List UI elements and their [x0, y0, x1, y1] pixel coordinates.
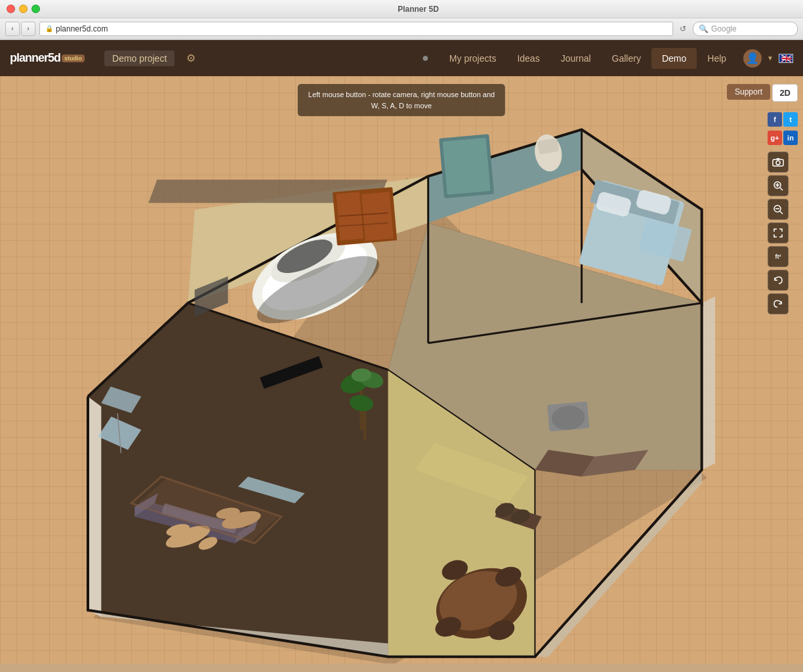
nav-buttons: ‹ ›	[5, 22, 35, 36]
mode-2d-button[interactable]: 2D	[772, 84, 798, 102]
linkedin-button[interactable]: in	[783, 131, 798, 145]
maximize-button[interactable]	[31, 5, 40, 13]
logo-text: planner5d	[10, 51, 60, 65]
svg-marker-10	[702, 297, 715, 470]
svg-marker-8	[88, 396, 101, 617]
project-name[interactable]: Demo project	[104, 51, 175, 66]
search-placeholder: Google	[711, 24, 737, 33]
window-buttons	[7, 5, 40, 13]
nav-links: My projects Ideas Journal Gallery Demo H…	[439, 48, 737, 69]
nav-my-projects[interactable]: My projects	[439, 48, 507, 69]
user-avatar[interactable]: 👤	[743, 49, 762, 68]
flag-icon[interactable]: 🇬🇧	[779, 54, 793, 63]
browser-chrome: Planner 5D ‹ › 🔒 planner5d.com ↺ 🔍 Googl…	[0, 0, 803, 40]
zoom-in-button[interactable]	[768, 175, 789, 196]
svg-marker-79	[776, 158, 780, 159]
svg-rect-26	[361, 192, 394, 241]
app-container: planner5d studio Demo project ⚙ ● My pro…	[0, 40, 803, 663]
browser-title: Planner 5D	[40, 5, 796, 14]
google-plus-button[interactable]: g+	[768, 131, 782, 145]
main-content[interactable]: Left mouse button - rotate camera, right…	[0, 76, 803, 663]
logo-badge: studio	[62, 54, 85, 62]
search-icon: 🔍	[699, 24, 709, 33]
logo-area: planner5d studio Demo project ⚙	[10, 51, 196, 66]
logo[interactable]: planner5d studio	[10, 51, 85, 65]
refresh-button[interactable]: ↺	[677, 23, 689, 35]
nav-ideas[interactable]: Ideas	[506, 48, 550, 69]
facebook-button[interactable]: f	[768, 112, 782, 127]
twitter-button[interactable]: t	[783, 112, 798, 127]
nav-right: 👤 ▼ 🇬🇧	[743, 49, 793, 68]
back-button[interactable]: ‹	[5, 22, 20, 36]
dropdown-arrow[interactable]: ▼	[767, 54, 773, 62]
fit-screen-button[interactable]	[768, 222, 789, 243]
floorplan-3d	[0, 76, 803, 663]
right-tools: f t g+ in ft²	[768, 112, 798, 314]
redo-button[interactable]	[768, 293, 789, 314]
camera-button[interactable]	[768, 152, 789, 173]
nav-demo[interactable]: Demo	[651, 48, 697, 69]
svg-line-81	[780, 188, 783, 191]
close-button[interactable]	[7, 5, 15, 13]
units-button[interactable]: ft²	[768, 246, 789, 267]
nav-gallery[interactable]: Gallery	[602, 48, 651, 69]
svg-point-78	[776, 161, 780, 165]
forward-button[interactable]: ›	[21, 22, 35, 36]
settings-icon[interactable]: ⚙	[186, 52, 196, 64]
camera-tooltip: Left mouse button - rotate camera, right…	[298, 84, 505, 116]
address-bar[interactable]: 🔒 planner5d.com	[39, 22, 673, 36]
browser-titlebar: Planner 5D	[0, 0, 803, 18]
secure-icon: 🔒	[45, 25, 53, 32]
minimize-button[interactable]	[19, 5, 28, 13]
support-button[interactable]: Support	[727, 84, 770, 100]
undo-button[interactable]	[768, 270, 789, 291]
url-text: planner5d.com	[56, 24, 108, 33]
social-buttons-2: g+ in	[768, 131, 798, 145]
search-bar[interactable]: 🔍 Google	[693, 22, 798, 36]
zoom-out-button[interactable]	[768, 199, 789, 220]
svg-rect-30	[443, 138, 491, 195]
top-nav: planner5d studio Demo project ⚙ ● My pro…	[0, 40, 803, 76]
nav-help[interactable]: Help	[697, 48, 737, 69]
svg-line-85	[780, 211, 783, 215]
social-buttons: f t	[768, 112, 798, 127]
browser-toolbar: ‹ › 🔒 planner5d.com ↺ 🔍 Google	[0, 18, 803, 39]
nav-journal[interactable]: Journal	[550, 48, 602, 69]
nav-dot: ●	[422, 51, 429, 65]
